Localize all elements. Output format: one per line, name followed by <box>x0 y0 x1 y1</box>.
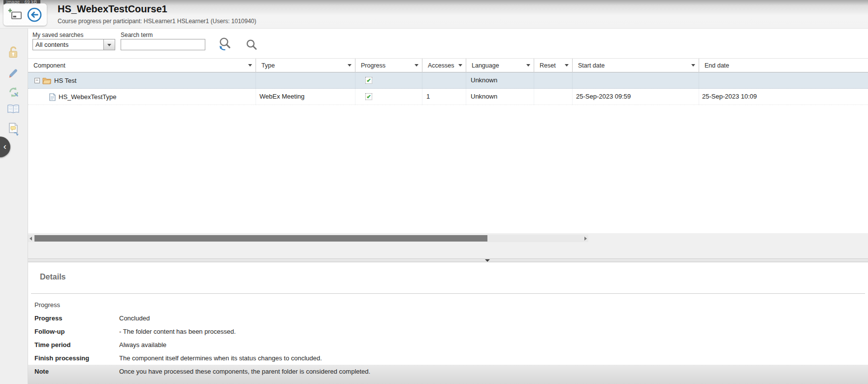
column-header-start-date[interactable]: Start date <box>573 59 699 72</box>
search-icon <box>245 38 258 52</box>
details-row-time-period: Time period Always available <box>28 338 868 351</box>
table-row-component[interactable]: HS_WebexTestType WebEx Meeting ✔ 1 Unkno… <box>28 89 868 105</box>
start-date-cell: 25-Sep-2023 09:59 <box>573 89 699 105</box>
filter-arrow-icon[interactable] <box>691 64 695 67</box>
details-section-title: Progress <box>28 298 868 312</box>
scroll-right-arrow[interactable] <box>582 235 588 242</box>
progress-concluded-checkbox: ✔ <box>365 77 372 84</box>
accesses-cell <box>422 72 466 89</box>
column-header-component[interactable]: Component <box>28 59 256 72</box>
document-icon <box>49 93 56 101</box>
component-name: HS Test <box>54 73 76 89</box>
detail-value: Once you have processed these components… <box>119 368 868 375</box>
filter-arrow-icon[interactable] <box>415 64 418 67</box>
details-row-finish-processing: Finish processing The component itself d… <box>28 351 868 365</box>
page-subtitle: Course progress per participant: HSLearn… <box>58 18 257 25</box>
page-title: HS_WebexTestCourse1 <box>58 3 167 15</box>
scrollbar-thumb[interactable] <box>34 235 487 242</box>
collapse-expander[interactable]: − <box>34 78 40 83</box>
main-pane: My saved searches All contents Search te… <box>28 28 868 384</box>
dropdown-arrow-button[interactable] <box>103 39 115 50</box>
detail-label: Time period <box>34 341 119 349</box>
header-button-group <box>3 3 47 26</box>
component-cell: HS_WebexTestType <box>28 89 256 105</box>
progress-cell: ✔ <box>355 89 422 105</box>
detail-label: Finish processing <box>34 354 119 362</box>
document-export-icon <box>7 122 20 136</box>
detail-label: Progress <box>34 314 119 322</box>
column-header-progress[interactable]: Progress <box>355 59 422 72</box>
column-header-reset[interactable]: Reset <box>534 59 573 72</box>
end-date-cell: 25-Sep-2023 10:09 <box>699 89 868 105</box>
table-row-folder[interactable]: − HS Test ✔ Unknown <box>28 72 868 89</box>
book-icon <box>6 104 20 115</box>
detail-value: Always available <box>119 341 868 349</box>
search-button[interactable] <box>245 38 258 54</box>
search-term-input[interactable] <box>121 39 205 50</box>
reset-cell <box>534 72 573 89</box>
new-structure-icon <box>8 8 23 22</box>
edit-button[interactable] <box>7 67 19 81</box>
table-header: Component Type Progress Accesses Languag… <box>28 58 868 72</box>
filter-arrow-icon[interactable] <box>565 64 569 67</box>
column-header-language[interactable]: Language <box>466 59 534 72</box>
horizontal-scrollbar[interactable] <box>28 235 588 242</box>
column-header-end-date[interactable]: End date <box>699 59 868 72</box>
arrow-right-icon <box>584 237 587 241</box>
type-cell <box>256 72 355 89</box>
chevron-left-icon: ‹ <box>3 141 6 151</box>
check-icon: ✔ <box>366 77 371 83</box>
panel-splitter[interactable] <box>28 258 868 262</box>
details-row-note: Note Once you have processed these compo… <box>28 365 868 384</box>
folder-icon <box>42 77 51 84</box>
language-cell: Unknown <box>466 89 534 105</box>
new-structure-button[interactable] <box>8 8 23 24</box>
reset-cell <box>534 89 573 105</box>
start-date-cell <box>573 72 699 89</box>
saved-searches-selected-value: All contents <box>33 39 103 50</box>
end-date-cell <box>699 72 868 89</box>
arrow-left-icon <box>30 237 32 241</box>
search-term-label: Search term <box>121 32 153 38</box>
details-heading: Details <box>40 273 868 281</box>
grid-pane: My saved searches All contents Search te… <box>28 28 868 233</box>
details-panel: Details Progress Progress Concluded Foll… <box>28 262 868 384</box>
chevron-down-icon <box>107 44 111 46</box>
history-button[interactable] <box>7 86 20 101</box>
toolbar-sidebar <box>0 28 28 384</box>
scroll-left-arrow[interactable] <box>28 235 34 242</box>
unlock-button[interactable] <box>7 46 19 61</box>
language-cell: Unknown <box>466 72 534 89</box>
column-header-type[interactable]: Type <box>256 59 355 72</box>
history-refresh-icon <box>7 86 20 99</box>
progress-concluded-checkbox: ✔ <box>365 93 372 100</box>
back-button[interactable] <box>27 7 42 25</box>
component-cell: − HS Test <box>28 72 256 89</box>
filter-arrow-icon[interactable] <box>526 64 530 67</box>
detail-value: The component itself determines when its… <box>119 354 868 362</box>
report-export-button[interactable] <box>7 122 20 138</box>
filter-arrow-icon[interactable] <box>348 64 352 67</box>
details-row-progress: Progress Concluded <box>28 312 868 325</box>
unlock-icon <box>7 46 19 59</box>
reset-search-button[interactable] <box>217 36 233 56</box>
filter-arrow-icon[interactable] <box>458 64 462 67</box>
filter-arrow-icon[interactable] <box>248 64 252 67</box>
catalog-button[interactable] <box>6 104 20 117</box>
details-row-followup: Follow-up - The folder content has been … <box>28 325 868 338</box>
progress-cell: ✔ <box>355 72 422 89</box>
search-reset-icon <box>217 36 233 54</box>
type-cell: WebEx Meeting <box>256 89 355 105</box>
component-name: HS_WebexTestType <box>59 89 117 105</box>
detail-value: Concluded <box>119 314 868 322</box>
edit-pencil-icon <box>7 67 19 79</box>
saved-searches-dropdown[interactable]: All contents <box>32 39 115 50</box>
details-divider <box>31 293 865 294</box>
title-bar: image · 69 kB HS_WebexTestCourse1 Course… <box>0 0 868 29</box>
accesses-cell: 1 <box>422 89 466 105</box>
check-icon: ✔ <box>366 94 371 100</box>
column-header-accesses[interactable]: Accesses <box>422 59 466 72</box>
splitter-collapse-arrow-icon[interactable] <box>485 259 490 262</box>
detail-label: Note <box>34 368 119 375</box>
saved-searches-label: My saved searches <box>32 32 83 38</box>
